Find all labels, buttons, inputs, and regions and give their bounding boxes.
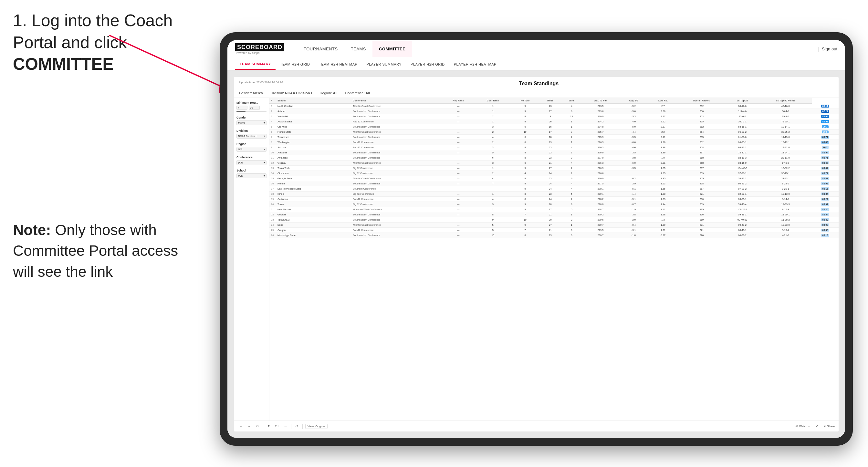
vs-top25-cell: 33-25-2 bbox=[759, 129, 812, 135]
main-content: Update time: 27/03/2024 16:56:26 Team St… bbox=[227, 70, 845, 438]
sub-nav-player-h2h-heatmap[interactable]: PLAYER H2H HEATMAP bbox=[450, 59, 501, 69]
sub-nav-team-summary[interactable]: TEAM SUMMARY bbox=[235, 59, 276, 70]
filter-division: Division NCAA Division I ▾ bbox=[237, 129, 267, 138]
view-original-btn[interactable]: View: Original bbox=[305, 424, 328, 429]
adj-par-cell: 270.9 bbox=[582, 114, 619, 119]
nav-teams[interactable]: TEAMS bbox=[344, 41, 372, 57]
low-rd-cell: 269 bbox=[678, 217, 725, 222]
toolbar-back[interactable]: ← bbox=[238, 424, 244, 429]
reg-rank-cell: — bbox=[442, 212, 475, 217]
rank-cell: 12 bbox=[270, 160, 276, 166]
sub-nav-team-h2h-grid[interactable]: TEAM H2H GRID bbox=[276, 59, 315, 69]
col-vs-top50: Vs Top 50 Points bbox=[759, 98, 812, 104]
region-select[interactable]: N/A ▾ bbox=[237, 147, 267, 152]
tablet-screen: SCOREBOARD Powered by clippd TOURNAMENTS… bbox=[227, 40, 845, 438]
conference-cell: Atlantic Coast Conference bbox=[351, 160, 442, 166]
sub-nav-player-summary[interactable]: PLAYER SUMMARY bbox=[362, 59, 406, 69]
sub-nav-player-h2h-grid[interactable]: PLAYER H2H GRID bbox=[406, 59, 450, 69]
adj-par-cell: 279.7 bbox=[582, 222, 619, 228]
reg-rank-cell: — bbox=[442, 191, 475, 197]
col-low-rd: Low Rd. bbox=[648, 98, 678, 104]
max-rounds-input[interactable] bbox=[249, 105, 260, 110]
school-select[interactable]: (All) ▾ bbox=[237, 174, 267, 178]
conf-rank-cell: 5 bbox=[475, 150, 511, 155]
avg-sg2-cell: 1.44 bbox=[648, 202, 678, 207]
wins-cell: 5 bbox=[561, 191, 582, 197]
conference-cell: Atlantic Coast Conference bbox=[351, 222, 442, 228]
adj-par-cell: 279.1 bbox=[582, 191, 619, 197]
overall-cell: 59-39-1 bbox=[725, 212, 760, 217]
filter-slider[interactable] bbox=[237, 111, 267, 112]
rank-cell: 25 bbox=[270, 228, 276, 233]
toolbar-refresh[interactable]: ↺ bbox=[254, 424, 260, 429]
reg-rank-cell: — bbox=[442, 202, 475, 207]
filter-gender: Gender Men's ▾ bbox=[237, 116, 267, 125]
table-row: 10 Alabama Southeastern Conference — 5 8… bbox=[270, 150, 839, 155]
overall-cell: 86-25-1 bbox=[725, 140, 760, 145]
min-rounds-input[interactable] bbox=[237, 105, 247, 110]
avg-sg2-cell: 2.37 bbox=[648, 124, 678, 129]
toolbar-forward[interactable]: → bbox=[246, 424, 252, 429]
toolbar-share2[interactable]: ⬆ bbox=[266, 424, 272, 429]
overall-cell: 83-25-1 bbox=[725, 197, 760, 202]
nav-committee[interactable]: COMMITTEE bbox=[372, 41, 412, 57]
col-vs-top25: Vs Top 25 bbox=[725, 98, 760, 104]
reg-rank-cell: — bbox=[442, 104, 475, 109]
avg-sg2-cell: 1.85 bbox=[648, 176, 678, 181]
reg-rank-cell: — bbox=[442, 150, 475, 155]
school-cell: Alabama bbox=[276, 150, 351, 155]
toolbar-bookmark[interactable]: □+ bbox=[274, 424, 280, 429]
toolbar-clock[interactable]: ⏱ bbox=[294, 424, 300, 429]
table-row: 11 Arkansas Southeastern Conference — 6 … bbox=[270, 155, 839, 160]
avg-sg2-cell: 1.3 bbox=[648, 217, 678, 222]
wins-cell: 3 bbox=[561, 150, 582, 155]
rnds-cell: 24 bbox=[539, 197, 561, 202]
conf-rank-cell: 4 bbox=[475, 135, 511, 140]
rnds-cell: 17 bbox=[539, 207, 561, 212]
sub-nav-team-h2h-heatmap[interactable]: TEAM H2H HEATMAP bbox=[314, 59, 362, 69]
conference-cell: Southeastern Conference bbox=[351, 114, 442, 119]
vs-top25-cell: 10-23-0 bbox=[759, 222, 812, 228]
rank-cell: 22 bbox=[270, 212, 276, 217]
school-cell: Mississippi State bbox=[276, 233, 351, 238]
division-select[interactable]: NCAA Division I ▾ bbox=[237, 134, 267, 138]
filter-min-rounds: Minimum Rou... bbox=[237, 101, 267, 112]
overall-cell: 95-6-0 bbox=[725, 114, 760, 119]
avg-sg2-cell: 1.85 bbox=[648, 171, 678, 176]
reg-rank-cell: — bbox=[442, 124, 475, 129]
avg-sg2-cell: 2.52 bbox=[648, 119, 678, 124]
rnds-cell: 26 bbox=[539, 119, 561, 124]
table-row: 21 New Mexico Mountain West Conference —… bbox=[270, 207, 839, 212]
nav-tournaments[interactable]: TOURNAMENTS bbox=[297, 41, 344, 57]
watch-btn[interactable]: 👁 Watch ▾ bbox=[795, 425, 810, 428]
avg-sg-cell: -4.4 bbox=[619, 129, 648, 135]
share-btn[interactable]: ↗ Share bbox=[824, 425, 835, 428]
no-tour-cell: 6 bbox=[511, 135, 539, 140]
filter-row: Gender: Men's Division: NCAA Division I … bbox=[239, 91, 833, 95]
reg-rank-cell: — bbox=[442, 233, 475, 238]
low-rd-cell: 265 bbox=[678, 135, 725, 140]
no-tour-cell: 7 bbox=[511, 228, 539, 233]
rank-cell: 13 bbox=[270, 166, 276, 171]
standings-header: Update time: 27/03/2024 16:56:26 Team St… bbox=[234, 77, 839, 98]
overall-cell: 109-24-2 bbox=[725, 207, 760, 212]
table-row: 9 Arizona Pac-12 Conference — 3 8 23 4 2… bbox=[270, 145, 839, 150]
low-rd-cell: 267 bbox=[678, 186, 725, 191]
toolbar-more[interactable]: ··· bbox=[283, 424, 288, 429]
rank-cell: 18 bbox=[270, 191, 276, 197]
conference-cell: Southeastern Conference bbox=[351, 135, 442, 140]
table-row: 19 California Pac-12 Conference — 4 8 24… bbox=[270, 197, 839, 202]
reg-rank-cell: — bbox=[442, 140, 475, 145]
adj-par-cell: 276.9 bbox=[582, 150, 619, 155]
sign-out-link[interactable]: Sign out bbox=[822, 46, 837, 51]
sub-nav: TEAM SUMMARY TEAM H2H GRID TEAM H2H HEAT… bbox=[227, 58, 845, 70]
adj-par-cell: 278.7 bbox=[582, 207, 619, 212]
filter-range bbox=[237, 105, 267, 110]
toolbar-zoom[interactable]: ⤢ bbox=[814, 424, 819, 429]
conference-select[interactable]: (All) ▾ bbox=[237, 160, 267, 165]
gender-select[interactable]: Men's ▾ bbox=[237, 121, 267, 125]
avg-sg-cell: -0.7 bbox=[619, 202, 648, 207]
low-rd-cell: 264 bbox=[678, 129, 725, 135]
avg-sg-cell: -1.4 bbox=[619, 191, 648, 197]
conf-rank-cell: 7 bbox=[475, 181, 511, 186]
